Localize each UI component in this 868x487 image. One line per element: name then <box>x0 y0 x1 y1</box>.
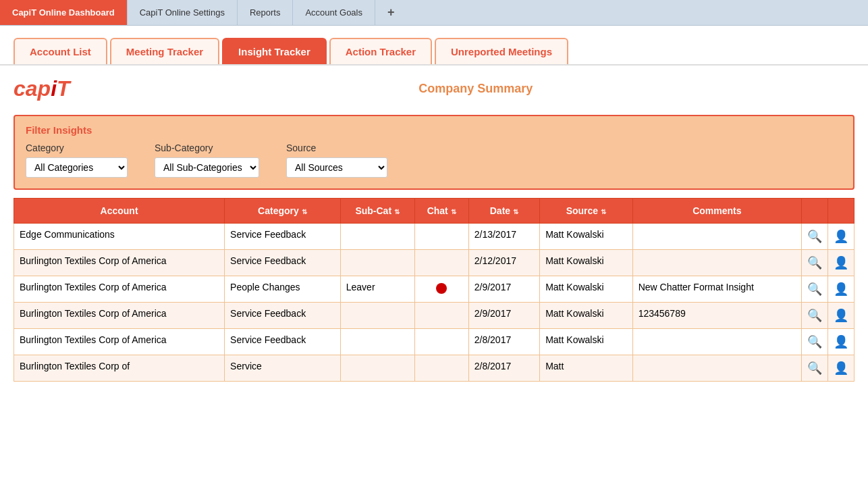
cell-comments: 123456789 <box>632 303 801 329</box>
cell-subcat <box>340 355 414 382</box>
category-filter-group: Category All Categories Service Feedback… <box>26 143 128 178</box>
search-icon[interactable]: 🔍 <box>807 335 822 349</box>
table-row: Burlington Textiles Corp of AmericaServi… <box>14 303 855 329</box>
col-search-action <box>802 199 828 224</box>
cell-account: Burlington Textiles Corp of America <box>14 303 225 329</box>
col-date[interactable]: Date⇅ <box>468 199 539 224</box>
person-action-cell[interactable]: 👤 <box>828 329 855 355</box>
table-row: Burlington Textiles Corp of AmericaServi… <box>14 250 855 276</box>
cell-comments <box>632 224 801 250</box>
nav-settings[interactable]: CapiT Online Settings <box>128 0 238 25</box>
person-icon[interactable]: 👤 <box>834 309 848 322</box>
subcategory-filter-group: Sub-Category All Sub-Categories Leaver <box>155 143 259 178</box>
source-label: Source <box>286 143 387 153</box>
cell-comments <box>632 355 801 382</box>
sort-icon-chat: ⇅ <box>451 208 456 215</box>
source-select[interactable]: All Sources Matt Kowalski <box>286 157 387 178</box>
person-action-cell[interactable]: 👤 <box>828 355 855 382</box>
table-header-row: Account Category⇅ Sub-Cat⇅ Chat⇅ Date⇅ S… <box>14 199 855 224</box>
person-icon[interactable]: 👤 <box>834 282 848 296</box>
cell-chat <box>414 276 468 303</box>
search-icon[interactable]: 🔍 <box>807 309 822 322</box>
cell-date: 2/8/2017 <box>468 329 539 355</box>
logo: capiT <box>13 76 70 101</box>
search-action-cell[interactable]: 🔍 <box>802 224 828 250</box>
cell-chat <box>414 329 468 355</box>
search-action-cell[interactable]: 🔍 <box>802 303 828 329</box>
insights-table-container: Account Category⇅ Sub-Cat⇅ Chat⇅ Date⇅ S… <box>13 198 855 382</box>
cell-source: Matt Kowalski <box>540 250 632 276</box>
top-nav: CapiT Online Dashboard CapiT Online Sett… <box>0 0 868 26</box>
col-category[interactable]: Category⇅ <box>225 199 341 224</box>
tab-action-tracker[interactable]: Action Tracker <box>329 38 432 64</box>
search-action-cell[interactable]: 🔍 <box>802 276 828 303</box>
cell-date: 2/13/2017 <box>468 224 539 250</box>
cell-account: Burlington Textiles Corp of America <box>14 250 225 276</box>
tab-account-list[interactable]: Account List <box>13 38 107 64</box>
search-icon[interactable]: 🔍 <box>807 361 822 375</box>
search-action-cell[interactable]: 🔍 <box>802 250 828 276</box>
tab-meeting-tracker[interactable]: Meeting Tracker <box>110 38 219 64</box>
table-row: Burlington Textiles Corp ofService2/8/20… <box>14 355 855 382</box>
cell-source: Matt Kowalski <box>540 303 632 329</box>
header-area: capiT Company Summary <box>0 66 868 107</box>
cell-comments: New Chatter Format Insight <box>632 276 801 303</box>
cell-category: Service Feedback <box>225 329 341 355</box>
person-icon[interactable]: 👤 <box>834 361 848 375</box>
cell-source: Matt <box>540 355 632 382</box>
cell-account: Edge Communications <box>14 224 225 250</box>
subcategory-label: Sub-Category <box>155 143 259 153</box>
cell-source: Matt Kowalski <box>540 276 632 303</box>
person-icon[interactable]: 👤 <box>834 335 848 349</box>
cell-category: People Changes <box>225 276 341 303</box>
col-account: Account <box>14 199 225 224</box>
search-action-cell[interactable]: 🔍 <box>802 355 828 382</box>
cell-category: Service Feedback <box>225 224 341 250</box>
cell-date: 2/9/2017 <box>468 276 539 303</box>
search-icon[interactable]: 🔍 <box>807 256 822 270</box>
person-action-cell[interactable]: 👤 <box>828 250 855 276</box>
cell-chat <box>414 303 468 329</box>
cell-account: Burlington Textiles Corp of <box>14 355 225 382</box>
cell-chat <box>414 250 468 276</box>
cell-date: 2/9/2017 <box>468 303 539 329</box>
nav-dashboard[interactable]: CapiT Online Dashboard <box>0 0 128 25</box>
person-action-cell[interactable]: 👤 <box>828 224 855 250</box>
col-comments: Comments <box>632 199 801 224</box>
cell-comments <box>632 329 801 355</box>
person-action-cell[interactable]: 👤 <box>828 276 855 303</box>
search-action-cell[interactable]: 🔍 <box>802 329 828 355</box>
cell-category: Service Feedback <box>225 250 341 276</box>
company-summary: Company Summary <box>97 82 855 96</box>
nav-reports[interactable]: Reports <box>238 0 294 25</box>
cell-account: Burlington Textiles Corp of America <box>14 329 225 355</box>
subcategory-select[interactable]: All Sub-Categories Leaver <box>155 157 259 178</box>
category-select[interactable]: All Categories Service Feedback People C… <box>26 157 128 178</box>
col-chat[interactable]: Chat⇅ <box>414 199 468 224</box>
filter-title: Filter Insights <box>26 124 842 136</box>
category-label: Category <box>26 143 128 153</box>
insights-table: Account Category⇅ Sub-Cat⇅ Chat⇅ Date⇅ S… <box>13 198 855 382</box>
cell-comments <box>632 250 801 276</box>
tab-insight-tracker[interactable]: Insight Tracker <box>222 38 327 64</box>
sort-icon-source: ⇅ <box>601 208 606 215</box>
person-icon[interactable]: 👤 <box>834 230 848 243</box>
cell-subcat <box>340 224 414 250</box>
sort-icon-category: ⇅ <box>302 208 307 215</box>
table-row: Edge CommunicationsService Feedback2/13/… <box>14 224 855 250</box>
nav-account-goals[interactable]: Account Goals <box>293 0 375 25</box>
col-subcat[interactable]: Sub-Cat⇅ <box>340 199 414 224</box>
tab-row: Account List Meeting Tracker Insight Tra… <box>0 26 868 66</box>
search-icon[interactable]: 🔍 <box>807 230 822 243</box>
person-icon[interactable]: 👤 <box>834 256 848 270</box>
cell-account: Burlington Textiles Corp of America <box>14 276 225 303</box>
search-icon[interactable]: 🔍 <box>807 282 822 296</box>
nav-plus[interactable]: + <box>375 0 407 25</box>
person-action-cell[interactable]: 👤 <box>828 303 855 329</box>
tab-unreported-meetings[interactable]: Unreported Meetings <box>435 38 568 64</box>
col-source[interactable]: Source⇅ <box>540 199 632 224</box>
cell-source: Matt Kowalski <box>540 329 632 355</box>
cell-category: Service <box>225 355 341 382</box>
table-row: Burlington Textiles Corp of AmericaServi… <box>14 329 855 355</box>
cell-date: 2/8/2017 <box>468 355 539 382</box>
